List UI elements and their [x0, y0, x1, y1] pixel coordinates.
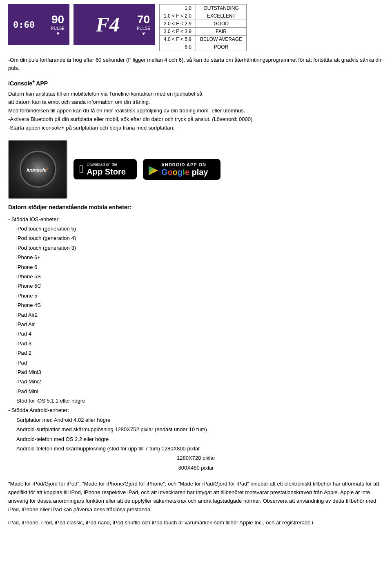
- top-section: 0:60 90 PULSE ♥ F4 70 PULSE ♥ 1.0OUTSTAN…: [8, 4, 384, 51]
- display-box-f4: F4 70 PULSE ♥: [74, 4, 155, 45]
- iconsole-heading: iConsole+ APP: [8, 79, 384, 87]
- list-item: iPad Mini: [16, 387, 384, 396]
- score-table: 1.0OUTSTANDING1.0 < F < 2.0EXCELLENT2.0 …: [159, 4, 247, 51]
- score-table-row: 6.0POOR: [160, 43, 247, 51]
- list-item: iPhone 5S: [16, 272, 384, 281]
- pulse-label-2: PULSE: [137, 26, 150, 31]
- score-range: 6.0: [160, 43, 196, 51]
- ios-header: - Stödda iOS-enheter:: [8, 215, 384, 224]
- description-text: -Om din puls fortfarande är hög efter 60…: [8, 56, 384, 72]
- score-table-row: 1.0 < F < 2.0EXCELLENT: [160, 12, 247, 20]
- body-line: Med förbindelsen till appen kan du få en…: [8, 107, 384, 115]
- score-range: 2.0 < F < 2.9: [160, 20, 196, 28]
- footer-para-1: "Made for iPod/Gjord för iPod", "Made fo…: [8, 480, 384, 514]
- pulse-value-1: 90: [51, 13, 64, 26]
- android-header: - Stödda Android-enheter:: [8, 405, 384, 415]
- apple-icon: : [79, 163, 83, 175]
- list-item: Android-telefon med skärmupplösning (stö…: [16, 444, 384, 453]
- list-item: Stöd för iOS 5.1.1 eller högre: [16, 396, 384, 405]
- iconsole-logo: iconsole+: [8, 140, 67, 199]
- footer-para-2: iPad, iPhone, iPod, iPod classic, iPod n…: [8, 519, 384, 527]
- footer-text: "Made for iPod/Gjord för iPod", "Made fo…: [8, 480, 384, 527]
- timer-display: 0:60: [13, 20, 35, 30]
- iconsole-body: Datorn kan anslutas till en mobiltelefon…: [8, 90, 384, 132]
- body-line: -Aktivera Bluetooth på din surfplatta el…: [8, 115, 384, 124]
- devices-list: - Stödda iOS-enheter:iPod touch (generat…: [8, 215, 384, 473]
- score-label: EXCELLENT: [196, 12, 247, 20]
- list-item: 800X480 pixlar: [8, 463, 384, 472]
- list-item: iPad 3: [16, 339, 384, 348]
- list-item: 1280X720 pixlar: [8, 453, 384, 463]
- list-item: iPhone 4S: [16, 300, 384, 310]
- list-item: Android-telefon med OS 2.2 eller högre: [16, 434, 384, 444]
- pulse-area-1: 90 PULSE ♥: [51, 13, 65, 36]
- score-table-row: 1.0OUTSTANDING: [160, 4, 247, 12]
- play-triangle-icon: ▶: [149, 162, 158, 177]
- score-label: POOR: [196, 43, 247, 51]
- list-item: iPhone 5: [16, 291, 384, 300]
- score-range: 1.0 < F < 2.0: [160, 12, 196, 20]
- body-line: -Starta appen iconsole+ på surfplattan o…: [8, 124, 384, 132]
- f4-display: F4: [78, 13, 137, 36]
- app-store-button[interactable]:  Download on the App Store: [74, 159, 137, 179]
- google-play-large-text: Google play: [161, 168, 208, 177]
- pulse-label-1: PULSE: [51, 26, 65, 31]
- score-label: OUTSTANDING: [196, 4, 247, 12]
- heart-icon-2: ♥: [142, 31, 145, 36]
- list-item: iPhone 5C: [16, 281, 384, 291]
- list-item: iPhone 6: [16, 262, 384, 272]
- list-item: iPad Mini2: [16, 377, 384, 386]
- logo-plus: +: [47, 166, 49, 170]
- score-range: 1.0: [160, 4, 196, 12]
- list-item: Surfplattor med Android 4.02 eller högre: [16, 415, 384, 425]
- list-item: iPhone 6+: [16, 253, 384, 262]
- iconsole-logo-inner: iconsole+: [20, 151, 56, 188]
- score-range: 3.0 < F < 3.9: [160, 28, 196, 36]
- list-item: iPod touch (generation 5): [16, 224, 384, 233]
- list-item: iPod touch (generation 4): [16, 233, 384, 243]
- score-table-row: 3.0 < F < 3.9FAIR: [160, 28, 247, 36]
- logo-text: iconsole: [27, 167, 47, 173]
- list-item: iPad 2: [16, 348, 384, 358]
- iconsole-section: iConsole+ APP Datorn kan anslutas till e…: [8, 79, 384, 472]
- display-box-1: 0:60 90 PULSE ♥: [8, 4, 69, 45]
- score-table-row: 2.0 < F < 2.9GOOD: [160, 20, 247, 28]
- list-item: iPad Air: [16, 320, 384, 329]
- score-label: BELOW AVERAGE: [196, 36, 247, 43]
- score-label: FAIR: [196, 28, 247, 36]
- list-item: Android-surfplattor med skärmupplösning …: [16, 425, 384, 434]
- app-store-text: Download on the App Store: [87, 162, 126, 176]
- body-line: Datorn kan anslutas till en mobiltelefon…: [8, 90, 384, 98]
- list-item: iPad Mini3: [16, 367, 384, 377]
- body-line: att datorn kan ta emot och sända informa…: [8, 98, 384, 107]
- score-label: GOOD: [196, 20, 247, 28]
- list-item: iPad Air2: [16, 310, 384, 320]
- google-play-text: ANDROID APP ON Google play: [161, 162, 208, 177]
- score-range: 4.0 < F < 5.9: [160, 36, 196, 43]
- score-table-row: 4.0 < F < 5.9BELOW AVERAGE: [160, 36, 247, 43]
- google-play-button[interactable]: ▶ ANDROID APP ON Google play: [143, 159, 220, 180]
- devices-heading: Datorn stödjer nedanstående mobila enhet…: [8, 204, 384, 210]
- pulse-area-2: 70 PULSE ♥: [137, 13, 150, 36]
- list-item: iPad: [16, 358, 384, 367]
- app-buttons-row: iconsole+  Download on the App Store ▶ …: [8, 140, 384, 199]
- list-item: iPad 4: [16, 329, 384, 338]
- heart-icon: ♥: [56, 31, 59, 36]
- pulse-value-2: 70: [137, 13, 150, 26]
- list-item: iPod touch (generation 3): [16, 243, 384, 253]
- logo-circle: iconsole+: [20, 151, 56, 188]
